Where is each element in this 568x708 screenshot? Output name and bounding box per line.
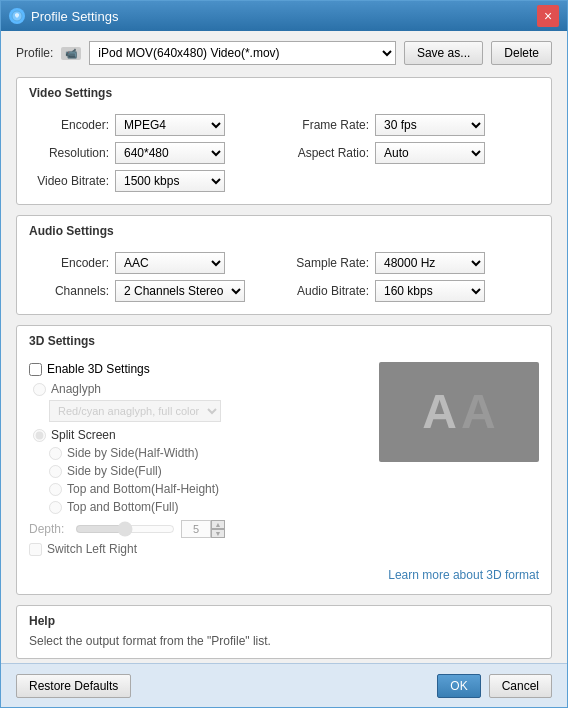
side-by-side-half-radio[interactable] [49, 447, 62, 460]
save-as-button[interactable]: Save as... [404, 41, 483, 65]
resolution-row: Resolution: 640*480 [29, 142, 279, 164]
learn-more-row: Learn more about 3D format [29, 568, 539, 582]
profile-label: Profile: [16, 46, 53, 60]
top-bottom-full-row: Top and Bottom(Full) [29, 500, 369, 514]
resolution-select[interactable]: 640*480 [115, 142, 225, 164]
audio-bitrate-row: Audio Bitrate: 160 kbps [289, 280, 539, 302]
preview-area: A A [379, 362, 539, 562]
depth-value-input[interactable] [181, 520, 211, 538]
video-settings-title: Video Settings [29, 86, 539, 104]
ok-button[interactable]: OK [437, 674, 480, 698]
learn-more-link[interactable]: Learn more about 3D format [388, 568, 539, 582]
settings-3d-section: 3D Settings Enable 3D Settings Anaglyph [16, 325, 552, 595]
resolution-label: Resolution: [29, 146, 109, 160]
split-screen-label[interactable]: Split Screen [51, 428, 116, 442]
depth-label: Depth: [29, 522, 69, 536]
enable-3d-row: Enable 3D Settings [29, 362, 369, 376]
audio-bitrate-select[interactable]: 160 kbps [375, 280, 485, 302]
footer: Restore Defaults OK Cancel [1, 663, 567, 707]
settings-3d-title: 3D Settings [29, 334, 539, 352]
top-bottom-full-label[interactable]: Top and Bottom(Full) [67, 500, 178, 514]
side-by-side-half-label[interactable]: Side by Side(Half-Width) [67, 446, 198, 460]
switch-lr-row: Switch Left Right [29, 542, 369, 556]
depth-spinner-buttons: ▲ ▼ [211, 520, 225, 538]
main-content: Profile: 📹 iPod MOV(640x480) Video(*.mov… [1, 31, 567, 663]
profile-select[interactable]: iPod MOV(640x480) Video(*.mov) [89, 41, 396, 65]
top-bottom-full-radio[interactable] [49, 501, 62, 514]
frame-rate-row: Frame Rate: 30 fps [289, 114, 539, 136]
delete-button[interactable]: Delete [491, 41, 552, 65]
video-file-icon: 📹 [61, 47, 81, 60]
sample-rate-label: Sample Rate: [289, 256, 369, 270]
channels-row: Channels: 2 Channels Stereo [29, 280, 279, 302]
audio-settings-section: Audio Settings Encoder: AAC Sample Rate:… [16, 215, 552, 315]
side-by-side-full-radio[interactable] [49, 465, 62, 478]
audio-encoder-row: Encoder: AAC [29, 252, 279, 274]
switch-lr-checkbox[interactable] [29, 543, 42, 556]
preview-letters: A A [422, 388, 495, 436]
frame-rate-label: Frame Rate: [289, 118, 369, 132]
audio-encoder-select[interactable]: AAC [115, 252, 225, 274]
depth-decrement-button[interactable]: ▼ [211, 529, 225, 538]
help-title: Help [29, 614, 539, 628]
aspect-ratio-row: Aspect Ratio: Auto [289, 142, 539, 164]
enable-3d-label[interactable]: Enable 3D Settings [47, 362, 150, 376]
encoder-select[interactable]: MPEG4 [115, 114, 225, 136]
video-settings-grid: Encoder: MPEG4 Frame Rate: 30 fps Resolu… [29, 114, 539, 192]
settings-3d-inner: Enable 3D Settings Anaglyph Red/cyan ana… [29, 362, 539, 562]
video-bitrate-label: Video Bitrate: [29, 174, 109, 188]
profile-row: Profile: 📹 iPod MOV(640x480) Video(*.mov… [16, 41, 552, 65]
channels-select[interactable]: 2 Channels Stereo [115, 280, 245, 302]
aspect-ratio-label: Aspect Ratio: [289, 146, 369, 160]
anaglyph-select[interactable]: Red/cyan anaglyph, full color [49, 400, 221, 422]
top-bottom-half-row: Top and Bottom(Half-Height) [29, 482, 369, 496]
video-bitrate-select[interactable]: 1500 kbps [115, 170, 225, 192]
switch-lr-label[interactable]: Switch Left Right [47, 542, 137, 556]
top-bottom-half-radio[interactable] [49, 483, 62, 496]
side-by-side-full-row: Side by Side(Full) [29, 464, 369, 478]
aspect-ratio-select[interactable]: Auto [375, 142, 485, 164]
depth-increment-button[interactable]: ▲ [211, 520, 225, 529]
footer-right-buttons: OK Cancel [437, 674, 552, 698]
window-icon [9, 8, 25, 24]
title-bar: Profile Settings × [1, 1, 567, 31]
depth-slider[interactable] [75, 521, 175, 537]
close-button[interactable]: × [537, 5, 559, 27]
encoder-row: Encoder: MPEG4 [29, 114, 279, 136]
anaglyph-row: Anaglyph [29, 382, 369, 396]
audio-settings-title: Audio Settings [29, 224, 539, 242]
help-text: Select the output format from the "Profi… [29, 634, 539, 648]
preview-box: A A [379, 362, 539, 462]
window-title: Profile Settings [31, 9, 537, 24]
help-section: Help Select the output format from the "… [16, 605, 552, 659]
anaglyph-radio[interactable] [33, 383, 46, 396]
sample-rate-row: Sample Rate: 48000 Hz [289, 252, 539, 274]
audio-encoder-label: Encoder: [29, 256, 109, 270]
side-by-side-full-label[interactable]: Side by Side(Full) [67, 464, 162, 478]
split-screen-radio[interactable] [33, 429, 46, 442]
cancel-button[interactable]: Cancel [489, 674, 552, 698]
settings-3d-controls: Enable 3D Settings Anaglyph Red/cyan ana… [29, 362, 369, 562]
top-bottom-half-label[interactable]: Top and Bottom(Half-Height) [67, 482, 219, 496]
split-screen-row: Split Screen [29, 428, 369, 442]
restore-defaults-button[interactable]: Restore Defaults [16, 674, 131, 698]
anaglyph-label[interactable]: Anaglyph [51, 382, 101, 396]
video-bitrate-row: Video Bitrate: 1500 kbps [29, 170, 279, 192]
sample-rate-select[interactable]: 48000 Hz [375, 252, 485, 274]
audio-bitrate-label: Audio Bitrate: [289, 284, 369, 298]
depth-spinner: ▲ ▼ [181, 520, 225, 538]
side-by-side-half-row: Side by Side(Half-Width) [29, 446, 369, 460]
video-settings-section: Video Settings Encoder: MPEG4 Frame Rate… [16, 77, 552, 205]
audio-settings-grid: Encoder: AAC Sample Rate: 48000 Hz Chann… [29, 252, 539, 302]
encoder-label: Encoder: [29, 118, 109, 132]
channels-label: Channels: [29, 284, 109, 298]
enable-3d-checkbox[interactable] [29, 363, 42, 376]
profile-settings-window: Profile Settings × Profile: 📹 iPod MOV(6… [0, 0, 568, 708]
frame-rate-select[interactable]: 30 fps [375, 114, 485, 136]
depth-row: Depth: ▲ ▼ [29, 520, 369, 538]
